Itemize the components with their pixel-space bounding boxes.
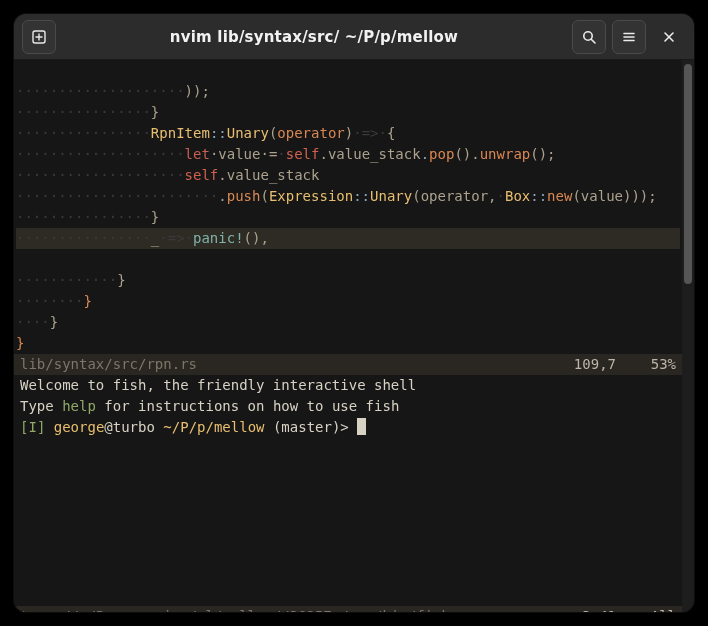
- shell-blank: [20, 587, 28, 603]
- scrollbar-thumb[interactable]: [684, 64, 692, 284]
- shell-welcome: Welcome to fish, the friendly interactiv…: [20, 377, 416, 393]
- code-line: ····················let·value·=·self.val…: [16, 146, 556, 162]
- shell-blank: [20, 545, 28, 561]
- close-button[interactable]: [652, 20, 686, 54]
- statusline-bottom: term://~/Programming/pl/mellow//38257:/u…: [14, 606, 682, 612]
- new-tab-button[interactable]: [22, 20, 56, 54]
- status-pct: 53%: [616, 354, 676, 375]
- status-path: lib/syntax/src/rpn.rs: [20, 354, 197, 375]
- titlebar: nvim lib/syntax/src/ ~/P/p/mellow: [14, 14, 694, 60]
- code-line: ····················self.value_stack: [16, 167, 319, 183]
- terminal-cursor: [357, 418, 366, 435]
- code-line: }: [16, 335, 24, 351]
- status2-path: term://~/Programming/pl/mellow//38257:/u…: [20, 606, 450, 612]
- scrollbar[interactable]: [682, 60, 694, 612]
- code-line-current: ················_·=>·panic!(),: [16, 228, 680, 249]
- close-icon: [662, 30, 676, 44]
- shell-blank: [20, 440, 28, 456]
- shell-help-line: Type help for instructions on how to use…: [20, 398, 399, 414]
- plus-icon: [31, 29, 47, 45]
- terminal-body: ····················)); ················…: [14, 60, 694, 612]
- search-button[interactable]: [572, 20, 606, 54]
- status2-pct: All: [616, 606, 676, 612]
- code-pane: ····················)); ················…: [14, 60, 682, 354]
- hamburger-icon: [621, 29, 637, 45]
- shell-blank: [20, 566, 28, 582]
- shell-blank: [20, 461, 28, 477]
- shell-blank: [20, 524, 28, 540]
- status-pos: 109,7: [574, 354, 616, 375]
- code-line: ················}: [16, 104, 159, 120]
- code-line: ················}: [16, 209, 159, 225]
- code-line: ················RpnItem::Unary(operator)…: [16, 125, 395, 141]
- search-icon: [581, 29, 597, 45]
- code-line: ························.push(Expression…: [16, 188, 657, 204]
- terminal-content[interactable]: ····················)); ················…: [14, 60, 682, 612]
- shell-blank: [20, 503, 28, 519]
- shell-prompt[interactable]: [I] george@turbo ~/P/p/mellow (master)>: [20, 419, 366, 435]
- code-line: ····}: [16, 314, 58, 330]
- code-line: ············}: [16, 272, 126, 288]
- menu-button[interactable]: [612, 20, 646, 54]
- terminal-window: nvim lib/syntax/src/ ~/P/p/mellow: [14, 14, 694, 612]
- code-line: ····················));: [16, 83, 210, 99]
- window-title: nvim lib/syntax/src/ ~/P/p/mellow: [64, 28, 564, 46]
- status2-pos: 3,41: [582, 606, 616, 612]
- statusline-top: lib/syntax/src/rpn.rs 109,7 53%: [14, 354, 682, 375]
- code-line: ········}: [16, 293, 92, 309]
- titlebar-right: [572, 20, 686, 54]
- shell-blank: [20, 482, 28, 498]
- shell-pane[interactable]: Welcome to fish, the friendly interactiv…: [14, 375, 682, 606]
